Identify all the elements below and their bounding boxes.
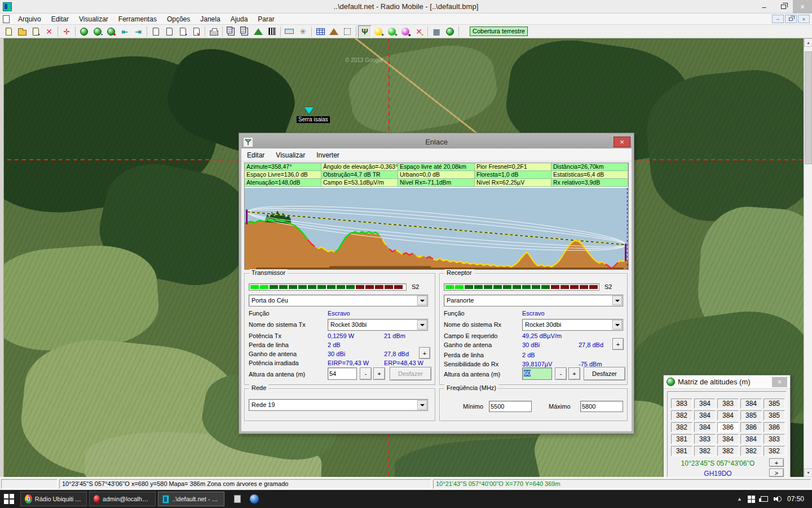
matrix-plus-button[interactable]: + (769, 458, 784, 467)
go-first-icon[interactable]: ⇤ (118, 25, 131, 38)
menu-item-parar[interactable]: Parar (253, 14, 279, 24)
unit-yellow-icon[interactable]: + (372, 25, 385, 38)
altitude-cell[interactable]: 385 (764, 398, 785, 409)
rx-gain-plus-button[interactable]: + (612, 338, 624, 350)
tx-gain-plus-button[interactable]: + (419, 347, 430, 359)
altitude-cell[interactable]: 382 (717, 446, 739, 456)
taskbar-item-radio-ubiquiti-airfib[interactable]: Rádio Ubiquiti Airfib... (20, 492, 87, 506)
paste-icon[interactable] (238, 25, 251, 38)
menu-item-editar-dialog[interactable]: Editar (241, 150, 270, 160)
unit-marker[interactable]: Serra isaias (304, 107, 314, 114)
menu-item-janela[interactable]: Janela (195, 14, 225, 24)
tx-undo-button[interactable]: Desfazer (390, 367, 431, 380)
altitude-cell[interactable]: 384 (740, 434, 762, 444)
save-map-icon[interactable]: ▪ (91, 25, 104, 38)
menu-item-opcoes[interactable]: Opções (162, 14, 195, 24)
altitude-cell[interactable]: 383 (764, 434, 785, 444)
altitude-cell[interactable]: 383 (671, 398, 692, 409)
tx-system-select[interactable]: Rocket 30dbi (328, 319, 428, 331)
network-dropdown-icon[interactable] (417, 400, 427, 410)
pinned-app-icon[interactable] (230, 492, 245, 506)
go-last-icon[interactable]: ⇥ (131, 25, 145, 38)
freq-min-input[interactable] (489, 401, 532, 412)
rx-undo-button[interactable]: Desfazer (584, 367, 625, 380)
network-select[interactable]: Rede 19 (249, 399, 428, 411)
altitude-cell[interactable]: 384 (717, 410, 739, 421)
menu-item-visualizar[interactable]: Visualizar (74, 14, 113, 24)
menu-item-inverter-dialog[interactable]: Inverter (311, 150, 345, 160)
altitude-cell[interactable]: 386 (740, 422, 762, 432)
close-picture-icon[interactable]: ✕ (189, 25, 203, 38)
rx-height-plus-button[interactable]: + (568, 367, 580, 380)
close-button[interactable]: × (793, 0, 812, 14)
scroll-thumb[interactable] (805, 51, 812, 164)
altitude-cell[interactable]: 383 (717, 398, 739, 409)
altitude-cell[interactable]: 382 (671, 410, 692, 421)
network-status-icon[interactable] (761, 496, 768, 502)
mdi-minimize-button[interactable]: – (772, 15, 784, 23)
tx-height-minus-button[interactable]: - (360, 367, 372, 380)
menu-item-arquivo[interactable]: Arquivo (13, 14, 46, 24)
unit-magenta-icon[interactable]: ● (399, 25, 412, 38)
copy-icon[interactable] (224, 25, 238, 38)
menu-item-visualizar-dialog[interactable]: Visualizar (270, 150, 311, 160)
export-picture-icon[interactable] (251, 25, 265, 38)
altitude-cell[interactable]: 384 (694, 422, 716, 432)
tray-expand-icon[interactable]: ▲ (737, 496, 742, 502)
rx-system-select[interactable]: Rocket 30dbi (522, 319, 623, 331)
altitude-cell[interactable]: 386 (717, 422, 739, 432)
rx-height-minus-button[interactable]: - (555, 367, 567, 380)
elevation-grid-icon[interactable] (314, 25, 327, 38)
rx-system-dropdown-icon[interactable] (612, 320, 622, 330)
new-picture-icon[interactable] (149, 25, 162, 38)
grayscale-icon[interactable] (265, 25, 279, 38)
world-map-icon[interactable] (443, 25, 457, 38)
rx-antenna-height-input[interactable]: 60 (522, 367, 552, 380)
tx-system-dropdown-icon[interactable] (417, 320, 427, 330)
volume-icon[interactable] (774, 496, 782, 502)
tx-antenna-height-input[interactable] (328, 367, 357, 380)
scroll-up-button[interactable]: ▲ (804, 38, 812, 47)
calculator-icon[interactable]: ▦ (430, 25, 443, 38)
taskbar-item-default-net-radio[interactable]: ..\default.net - Radio... (158, 492, 224, 506)
ruler-icon[interactable] (283, 25, 296, 38)
rx-unit-select[interactable]: Paranorte (444, 295, 623, 306)
tx-unit-dropdown-icon[interactable] (417, 296, 427, 305)
mdi-close-button[interactable]: × (798, 15, 810, 23)
open-map-icon[interactable] (77, 25, 91, 38)
matrix-next-button[interactable]: > (769, 468, 784, 477)
terrain-profile-icon[interactable] (327, 25, 341, 38)
scroll-down-button[interactable]: ▼ (804, 468, 812, 477)
altitude-cell[interactable]: 382 (671, 422, 692, 432)
tx-height-plus-button[interactable]: + (373, 367, 385, 380)
selection-icon[interactable] (341, 25, 354, 38)
altitude-cell[interactable]: 382 (740, 446, 762, 456)
map-vertical-scrollbar[interactable]: ▲ ▼ (804, 38, 812, 477)
open-networks-icon[interactable] (15, 25, 29, 38)
altitude-cell[interactable]: 385 (764, 410, 785, 421)
altitude-cell[interactable]: 382 (694, 446, 716, 456)
merge-pictures-icon[interactable]: ✳ (296, 25, 310, 38)
menu-item-editar[interactable]: Editar (46, 14, 74, 24)
freq-max-input[interactable] (580, 401, 623, 412)
zoom-map-icon[interactable]: ● (104, 25, 118, 38)
altitude-cell[interactable]: 386 (764, 422, 785, 432)
altitude-cell[interactable]: 384 (740, 398, 762, 409)
altitude-cell[interactable]: 385 (740, 410, 762, 421)
link-dialog-titlebar[interactable]: Enlace × (241, 135, 632, 148)
network-plus-icon[interactable]: ✕+ (412, 25, 426, 38)
link-dialog-close-button[interactable]: × (614, 137, 630, 147)
altitude-cell[interactable]: 384 (694, 410, 716, 421)
altitude-cell[interactable]: 383 (694, 434, 716, 444)
network-properties-icon[interactable]: ✕ (42, 25, 56, 38)
pinned-browser-icon[interactable] (247, 492, 262, 506)
restore-button[interactable] (774, 0, 793, 14)
new-unit-icon[interactable]: ✛ (60, 25, 73, 38)
mdi-restore-button[interactable] (785, 15, 797, 23)
start-button[interactable] (0, 490, 18, 508)
altitude-cell[interactable]: 381 (671, 434, 692, 444)
child-window-icon[interactable] (3, 15, 10, 23)
altitude-matrix-titlebar[interactable]: Matriz de altitudes (m) × (664, 375, 790, 389)
print-icon[interactable] (207, 25, 220, 38)
tray-windows-icon[interactable] (748, 496, 755, 503)
